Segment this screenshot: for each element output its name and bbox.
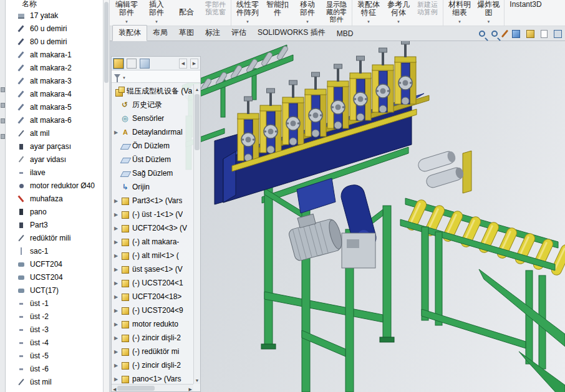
display-style-icon[interactable] [526, 30, 534, 38]
docked-tab-icon[interactable] [1, 103, 5, 108]
tree-item[interactable]: (-) alt mil<1> ( [112, 249, 193, 262]
edit-appearance-icon[interactable] [501, 30, 508, 38]
ribbon-tab[interactable]: 草图 [173, 26, 200, 41]
zoom-area-icon[interactable] [491, 31, 498, 37]
tree-item[interactable]: UCFT204<18> [112, 290, 193, 304]
expand-arrow-icon[interactable] [114, 363, 120, 368]
viewport[interactable]: 辊压成型机设备 (Va 历史记录 [110, 41, 565, 392]
tree-item[interactable]: Üst Düzlem [112, 153, 193, 166]
tree-item[interactable]: (-) UCST204<1 [112, 276, 193, 290]
component-preview-button[interactable]: 零部件 预览窗 [201, 0, 231, 26]
parts-list-item[interactable]: üst -3 [6, 323, 103, 336]
expand-arrow-icon[interactable] [114, 267, 120, 272]
parts-list-item[interactable]: ayar vidası [6, 153, 103, 166]
outfeed-conveyor[interactable] [400, 198, 565, 392]
tree-vertical-scrollbar[interactable] [193, 84, 200, 384]
motor-assembly[interactable] [286, 178, 379, 268]
expand-arrow-icon[interactable] [114, 226, 120, 231]
tree-filter-bar[interactable] [112, 70, 200, 83]
parts-panel-scrollbar[interactable] [104, 0, 110, 392]
ribbon-tab[interactable]: MBD [331, 27, 359, 41]
move-component-button[interactable]: 移动 部件 [292, 0, 322, 26]
parts-list-item[interactable]: 80 u demiri [6, 35, 103, 48]
tree-item[interactable]: 历史记录 [112, 98, 193, 112]
tree-item[interactable]: Orijin [112, 180, 193, 194]
insert-components-button[interactable]: 插入 部件 [142, 0, 171, 26]
expand-arrow-icon[interactable] [114, 376, 120, 382]
propertymanager-tab-icon[interactable] [127, 59, 137, 69]
bill-of-materials-button[interactable]: 材料明 细表 [445, 0, 475, 26]
hide-show-items-icon[interactable] [541, 30, 548, 38]
scrollbar-thumb[interactable] [117, 386, 155, 391]
expand-arrow-icon[interactable] [114, 349, 120, 355]
expand-arrow-icon[interactable] [114, 239, 120, 245]
scrollbar-thumb[interactable] [104, 2, 109, 83]
ribbon-tab[interactable]: SOLIDWORKS 插件 [252, 26, 331, 41]
scroll-up-icon[interactable] [195, 84, 200, 93]
parts-list-item[interactable]: üst -6 [6, 362, 103, 375]
parts-list-item[interactable]: üst -4 [6, 336, 103, 349]
docked-tab-icon[interactable] [1, 134, 5, 139]
expand-arrow-icon[interactable] [114, 322, 120, 327]
edit-component-button[interactable]: 编辑零 部件 [112, 0, 142, 26]
docked-tab-icon[interactable] [1, 118, 5, 123]
tree-item[interactable]: (-) redüktör mi [112, 345, 193, 358]
assembly-features-button[interactable]: 装配体 特征 [354, 0, 384, 26]
parts-list-item[interactable]: UCST204 [6, 270, 103, 284]
ribbon-tab[interactable]: 评估 [226, 26, 252, 41]
ribbon-tab[interactable]: 装配体 [112, 25, 147, 41]
expand-arrow-icon[interactable] [114, 294, 120, 300]
reference-geometry-button[interactable]: 参考几 何体 [384, 0, 413, 26]
exploded-view-button[interactable]: 爆炸视 图 [475, 0, 505, 26]
expand-arrow-icon[interactable] [114, 198, 120, 204]
docked-tab-icon[interactable] [1, 87, 5, 92]
tree-item[interactable]: UCFT204<3> (V [112, 221, 193, 235]
parts-list-item[interactable]: ayar parçası [6, 140, 103, 153]
tree-item[interactable]: Ön Düzlem [112, 139, 193, 153]
parts-list-item[interactable]: üst -1 [6, 297, 103, 310]
expand-arrow-icon[interactable] [114, 308, 120, 313]
expand-arrow-icon[interactable] [114, 212, 120, 218]
parts-list-item[interactable]: alt makara-3 [6, 74, 103, 87]
scroll-down-icon[interactable] [194, 375, 200, 384]
tree-item[interactable]: üst şase<1> (V [112, 262, 193, 276]
expand-arrow-icon[interactable] [114, 335, 120, 341]
parts-list-item[interactable]: redüktör mili [6, 231, 103, 244]
filter-caret-icon[interactable] [122, 72, 126, 81]
parts-list-item[interactable]: üst mil [6, 375, 103, 388]
parts-list-item[interactable]: üst -2 [6, 310, 103, 323]
ribbon-tab[interactable]: 标注 [200, 26, 226, 41]
tree-item[interactable]: (-) UCST204<9 [112, 304, 193, 317]
tree-item[interactable]: Part3<1> (Vars [112, 194, 193, 208]
tree-item[interactable]: (-) üst -1<1> (V [112, 208, 193, 221]
parts-list-item[interactable]: pano [6, 205, 103, 218]
linear-pattern-button[interactable]: 线性零 件阵列 [233, 0, 263, 26]
zoom-to-fit-icon[interactable] [479, 31, 485, 37]
featuremanager-tab-icon[interactable] [113, 59, 123, 69]
parts-list-item[interactable]: üst -5 [6, 349, 103, 362]
tree-root-item[interactable]: 辊压成型机设备 (Va [112, 84, 193, 98]
docked-panel-strip[interactable] [0, 0, 6, 392]
expand-arrow-icon[interactable] [114, 253, 120, 259]
parts-list-item[interactable]: alt makara-5 [6, 100, 103, 113]
tree-item[interactable]: Sensörler [112, 112, 193, 125]
expand-arrow-icon[interactable] [114, 280, 120, 286]
tree-item[interactable]: (-) alt makara- [112, 235, 193, 249]
show-hidden-components-button[interactable]: 显示隐 藏的零 部件 [322, 0, 352, 26]
mate-button[interactable]: 配合 [171, 0, 201, 26]
parts-list-item[interactable]: 60 u demiri [6, 22, 103, 35]
tree-horizontal-scrollbar[interactable] [112, 384, 193, 391]
expand-arrow-icon[interactable] [114, 130, 120, 135]
configurationmanager-tab-icon[interactable] [140, 59, 150, 69]
parts-list-item[interactable]: 17 yatak [6, 9, 103, 22]
ribbon-tab[interactable]: 布局 [147, 26, 173, 41]
parts-list-item[interactable]: alt makara-1 [6, 48, 103, 61]
parts-list-item[interactable]: alt makara-2 [6, 61, 103, 74]
parts-list-item[interactable]: motor reduktor Ø40 [6, 179, 103, 192]
scroll-right-icon[interactable] [188, 384, 193, 392]
panel-scroll-right-icon[interactable] [190, 59, 198, 69]
tree-item[interactable]: (-) zincir dişli-2 [112, 331, 193, 345]
tree-item[interactable]: motor redukto [112, 317, 193, 331]
parts-list-item[interactable]: ilave [6, 166, 103, 179]
view-orientation-icon[interactable] [512, 30, 520, 38]
